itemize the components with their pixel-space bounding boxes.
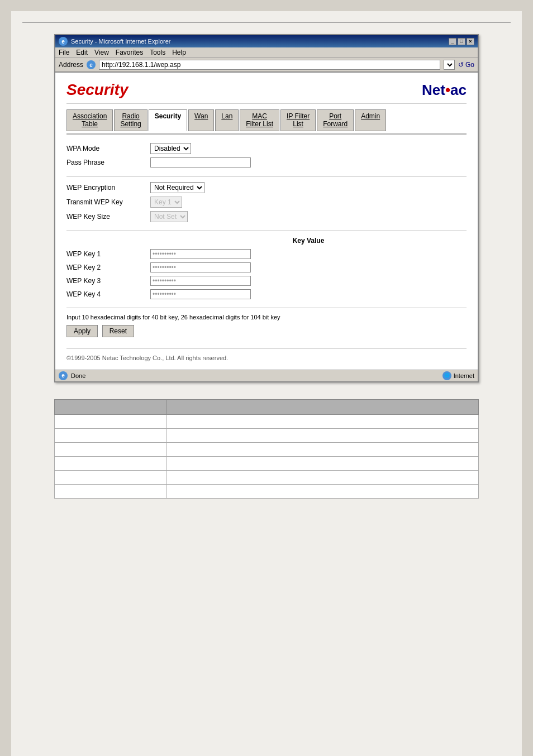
- tab-port-forward[interactable]: PortForward: [317, 109, 354, 131]
- table-cell: [55, 414, 166, 428]
- brand-dot: •: [445, 82, 450, 98]
- transmit-key-row: Transmit WEP Key Key 1 Key 2 Key 3 Key 4: [66, 197, 467, 208]
- wep-encryption-label: WEP Encryption: [66, 184, 150, 192]
- window-controls[interactable]: _ □ ×: [449, 38, 474, 45]
- wep-key2-row: WEP Key 2: [66, 262, 467, 272]
- tab-admin[interactable]: Admin: [355, 109, 386, 131]
- browser-title: Security - Microsoft Internet Explorer: [71, 38, 171, 45]
- nav-tabs: AssociationTable RadioSetting Security W…: [66, 109, 467, 135]
- address-dropdown[interactable]: [444, 60, 455, 70]
- browser-content: Security Net•ac AssociationTable RadioSe…: [55, 73, 478, 370]
- wpa-mode-select[interactable]: Disabled WPA WPA2: [150, 143, 191, 154]
- wpa-mode-row: WPA Mode Disabled WPA WPA2: [66, 143, 467, 154]
- table-cell: [166, 414, 479, 428]
- transmit-key-label: Transmit WEP Key: [66, 198, 150, 206]
- key-size-select[interactable]: Not Set 64-bit 128-bit: [150, 211, 188, 222]
- table-row: [55, 428, 479, 442]
- browser-addressbar: Address e ↺ Go: [55, 58, 478, 73]
- table-cell: [55, 484, 166, 498]
- wep-section: WEP Encryption Not Required 64-bit 128-b…: [66, 182, 467, 222]
- wep-key3-label: WEP Key 3: [66, 277, 150, 285]
- divider-2: [66, 231, 467, 231]
- tab-radio-setting[interactable]: RadioSetting: [114, 109, 147, 131]
- wep-encryption-select[interactable]: Not Required 64-bit 128-bit: [150, 182, 204, 193]
- table-cell: [55, 442, 166, 456]
- menu-tools[interactable]: Tools: [150, 49, 165, 56]
- apply-button[interactable]: Apply: [66, 325, 98, 337]
- wep-key2-label: WEP Key 2: [66, 264, 150, 271]
- browser-statusbar: e Done 🌐 Internet: [55, 370, 478, 381]
- pass-phrase-input[interactable]: [150, 157, 251, 168]
- address-icon: e: [87, 60, 96, 69]
- address-input[interactable]: [99, 60, 440, 70]
- pass-phrase-label: Pass Phrase: [66, 159, 150, 166]
- wep-key4-input[interactable]: [150, 289, 251, 299]
- table-row: [55, 442, 479, 456]
- table-header-col2: [166, 399, 479, 414]
- table-header-col1: [55, 399, 166, 414]
- table-row: [55, 456, 479, 470]
- menu-favorites[interactable]: Favorites: [116, 49, 143, 56]
- reset-button[interactable]: Reset: [102, 325, 134, 337]
- zone-text: Internet: [454, 372, 474, 379]
- pass-phrase-row: Pass Phrase: [66, 157, 467, 168]
- table-cell: [166, 484, 479, 498]
- table-cell: [55, 456, 166, 470]
- table-row: [55, 484, 479, 498]
- wep-key1-label: WEP Key 1: [66, 250, 150, 258]
- page-title: Security: [66, 81, 129, 99]
- menu-help[interactable]: Help: [172, 49, 186, 56]
- key-size-label: WEP Key Size: [66, 213, 150, 221]
- wpa-section: WPA Mode Disabled WPA WPA2 Pass Phrase: [66, 143, 467, 168]
- browser-menubar: File Edit View Favorites Tools Help: [55, 47, 478, 58]
- table-cell: [166, 428, 479, 442]
- transmit-key-select[interactable]: Key 1 Key 2 Key 3 Key 4: [150, 197, 182, 208]
- data-table: [54, 399, 479, 499]
- tab-lan[interactable]: Lan: [215, 109, 239, 131]
- tab-association-table[interactable]: AssociationTable: [66, 109, 113, 131]
- internet-icon: 🌐: [442, 371, 451, 380]
- wep-encryption-row: WEP Encryption Not Required 64-bit 128-b…: [66, 182, 467, 193]
- internet-zone: 🌐 Internet: [442, 371, 474, 380]
- wep-key1-row: WEP Key 1: [66, 249, 467, 259]
- page-header: Security Net•ac: [66, 81, 467, 104]
- menu-file[interactable]: File: [59, 49, 69, 56]
- key-size-row: WEP Key Size Not Set 64-bit 128-bit: [66, 211, 467, 222]
- menu-view[interactable]: View: [94, 49, 109, 56]
- table-cell: [166, 470, 479, 484]
- maximize-button[interactable]: □: [458, 38, 465, 45]
- table-row: [55, 414, 479, 428]
- menu-edit[interactable]: Edit: [76, 49, 88, 56]
- wep-key1-input[interactable]: [150, 249, 251, 259]
- bottom-section: [22, 399, 511, 499]
- table-row: [55, 470, 479, 484]
- wep-key2-input[interactable]: [150, 262, 251, 272]
- wep-key4-row: WEP Key 4: [66, 289, 467, 299]
- browser-titlebar: e Security - Microsoft Internet Explorer…: [55, 35, 478, 47]
- key-value-header: Key Value: [150, 237, 467, 245]
- table-cell: [55, 470, 166, 484]
- table-cell: [166, 456, 479, 470]
- form-buttons: Apply Reset: [66, 325, 467, 337]
- brand-logo: Net•ac: [422, 82, 467, 99]
- divider-1: [66, 176, 467, 176]
- tab-security[interactable]: Security: [149, 109, 187, 131]
- status-icon: e: [59, 371, 68, 380]
- close-button[interactable]: ×: [467, 38, 474, 45]
- minimize-button[interactable]: _: [449, 38, 456, 45]
- table-cell: [55, 428, 166, 442]
- wep-keys-section: WEP Key 1 WEP Key 2 WEP Key 3 WEP Key 4: [66, 249, 467, 299]
- go-button[interactable]: ↺ Go: [458, 61, 474, 69]
- wep-key4-label: WEP Key 4: [66, 290, 150, 298]
- tab-mac-filter[interactable]: MACFilter List: [240, 109, 279, 131]
- tab-ip-filter[interactable]: IP FilterList: [280, 109, 316, 131]
- browser-window: e Security - Microsoft Internet Explorer…: [54, 34, 479, 382]
- tab-wan[interactable]: Wan: [188, 109, 214, 131]
- status-text: Done: [71, 372, 85, 379]
- divider-3: [66, 308, 467, 308]
- wep-key3-input[interactable]: [150, 276, 251, 286]
- wep-key3-row: WEP Key 3: [66, 276, 467, 286]
- browser-icon: e: [59, 37, 68, 46]
- footer-text: ©1999-2005 Netac Technology Co., Ltd. Al…: [66, 348, 467, 361]
- address-label: Address: [59, 61, 83, 69]
